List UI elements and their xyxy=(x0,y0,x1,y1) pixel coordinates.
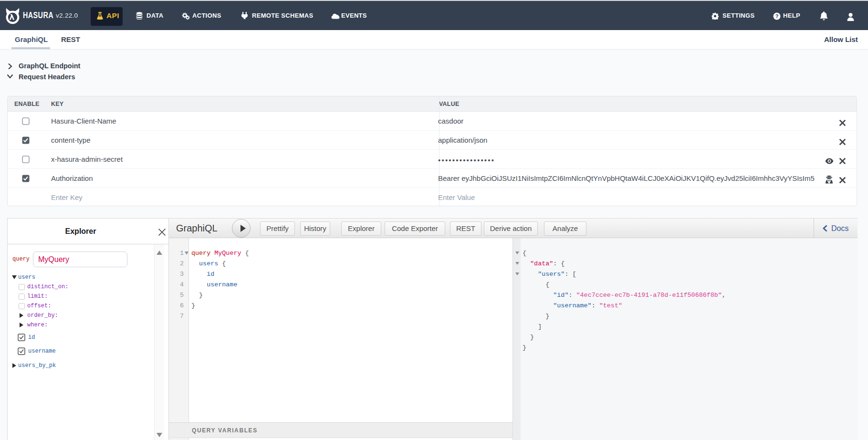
svg-text:?: ? xyxy=(775,13,779,19)
